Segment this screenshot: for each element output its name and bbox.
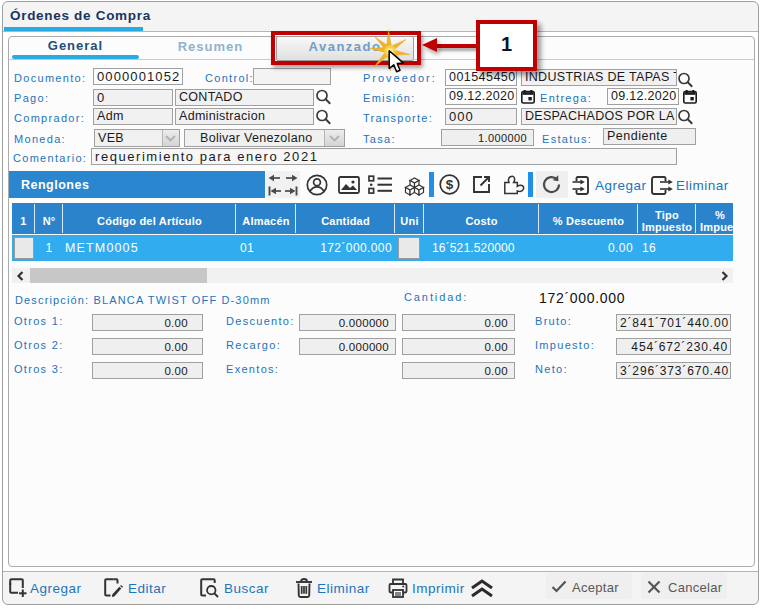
svg-text:$: $ [446,177,454,192]
